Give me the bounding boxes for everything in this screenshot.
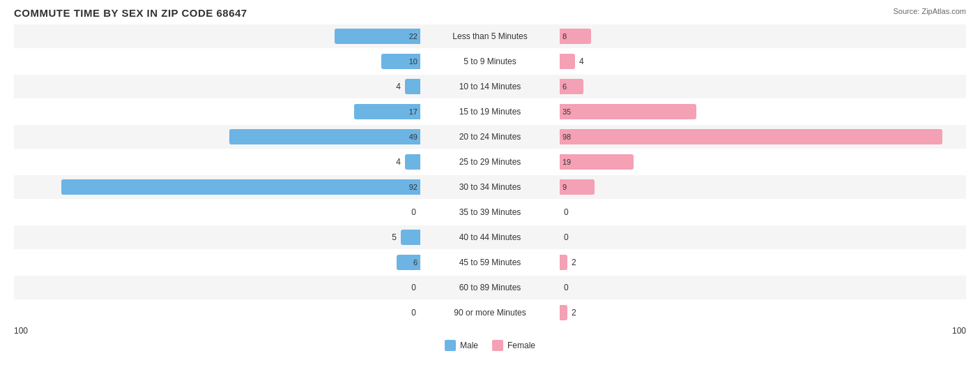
left-section: 92 <box>14 175 420 199</box>
female-zero-label: 0 <box>564 283 569 292</box>
right-section: 0 <box>560 276 966 299</box>
male-bar <box>405 79 420 94</box>
row-label: 40 to 44 Minutes <box>420 232 560 242</box>
right-section: 4 <box>560 50 966 73</box>
male-num-label: 4 <box>396 82 401 91</box>
bar-row: 5 40 to 44 Minutes 0 <box>14 225 966 249</box>
female-zero-label: 0 <box>564 207 569 217</box>
female-num-label: 2 <box>572 308 576 318</box>
chart-area: 22 Less than 5 Minutes 8 10 5 to 9 Minut… <box>14 24 966 325</box>
male-num-label: 4 <box>396 157 401 167</box>
right-section: 8 <box>560 24 966 48</box>
left-section: 0 <box>14 200 420 224</box>
female-value-label: 9 <box>562 183 567 191</box>
right-section: 0 <box>560 200 966 224</box>
right-section: 2 <box>560 251 966 274</box>
chart-container: COMMUTE TIME BY SEX IN ZIP CODE 68647 So… <box>0 0 980 365</box>
male-zero-label: 0 <box>411 283 416 292</box>
left-axis-label: 100 <box>14 326 28 336</box>
female-num-label: 4 <box>579 57 584 66</box>
male-bar: 22 <box>335 29 420 44</box>
female-bar <box>560 305 567 320</box>
male-bar: 17 <box>354 104 420 119</box>
male-num-label: 5 <box>392 232 397 242</box>
female-bar: 35 <box>560 104 696 119</box>
source-label: Source: ZipAtlas.com <box>893 7 966 15</box>
female-value-label: 98 <box>562 133 571 141</box>
female-value-label: 8 <box>562 32 567 40</box>
right-section: 98 <box>560 125 966 149</box>
bar-row: 0 60 to 89 Minutes 0 <box>14 276 966 299</box>
left-section: 4 <box>14 150 420 174</box>
left-section: 0 <box>14 301 420 325</box>
row-label: 45 to 59 Minutes <box>420 258 560 267</box>
male-value-label: 22 <box>409 32 418 40</box>
bar-row: 4 10 to 14 Minutes 6 <box>14 75 966 98</box>
right-section: 19 <box>560 150 966 174</box>
row-label: 60 to 89 Minutes <box>420 283 560 292</box>
legend: Male Female <box>14 340 966 351</box>
female-value-label: 6 <box>562 82 567 91</box>
male-bar: 10 <box>381 54 420 69</box>
female-legend-box <box>492 340 503 351</box>
bar-row: 0 90 or more Minutes 2 <box>14 301 966 325</box>
male-bar: 6 <box>397 255 420 270</box>
right-section: 6 <box>560 75 966 98</box>
row-label: 25 to 29 Minutes <box>420 157 560 167</box>
female-bar <box>560 54 575 69</box>
left-section: 0 <box>14 276 420 299</box>
female-value-label: 35 <box>562 107 571 116</box>
right-axis-label: 100 <box>952 326 966 336</box>
male-bar <box>405 154 420 170</box>
bar-row: 10 5 to 9 Minutes 4 <box>14 50 966 73</box>
male-value-label: 17 <box>409 107 418 116</box>
female-bar: 19 <box>560 154 634 170</box>
row-label: 15 to 19 Minutes <box>420 107 560 117</box>
row-label: 20 to 24 Minutes <box>420 132 560 142</box>
right-section: 35 <box>560 100 966 124</box>
left-section: 5 <box>14 225 420 249</box>
female-num-label: 2 <box>572 258 576 267</box>
row-label: 10 to 14 Minutes <box>420 82 560 91</box>
row-label: 5 to 9 Minutes <box>420 57 560 66</box>
male-bar: 49 <box>229 129 420 144</box>
bar-row: 6 45 to 59 Minutes 2 <box>14 251 966 274</box>
male-legend-label: Male <box>460 341 478 350</box>
left-section: 22 <box>14 24 420 48</box>
bar-row: 49 20 to 24 Minutes 98 <box>14 125 966 149</box>
bar-row: 0 35 to 39 Minutes 0 <box>14 200 966 224</box>
female-bar: 6 <box>560 79 583 94</box>
left-section: 4 <box>14 75 420 98</box>
legend-male: Male <box>445 340 478 351</box>
male-value-label: 10 <box>409 57 418 66</box>
female-value-label: 19 <box>562 158 571 166</box>
male-zero-label: 0 <box>411 308 416 318</box>
bar-row: 92 30 to 34 Minutes 9 <box>14 175 966 199</box>
right-section: 9 <box>560 175 966 199</box>
right-section: 0 <box>560 225 966 249</box>
row-label: 30 to 34 Minutes <box>420 182 560 192</box>
bar-row: 22 Less than 5 Minutes 8 <box>14 24 966 48</box>
male-bar: 92 <box>61 179 420 195</box>
male-value-label: 92 <box>409 183 418 191</box>
bar-row: 4 25 to 29 Minutes 19 <box>14 150 966 174</box>
left-section: 49 <box>14 125 420 149</box>
bar-row: 17 15 to 19 Minutes 35 <box>14 100 966 124</box>
female-bar: 98 <box>560 129 942 144</box>
left-section: 6 <box>14 251 420 274</box>
axis-labels: 100 100 <box>14 326 966 336</box>
row-label: Less than 5 Minutes <box>420 31 560 41</box>
row-label: 35 to 39 Minutes <box>420 207 560 217</box>
row-label: 90 or more Minutes <box>420 308 560 318</box>
legend-female: Female <box>492 340 535 351</box>
right-section: 2 <box>560 301 966 325</box>
male-value-label: 6 <box>413 258 418 267</box>
female-legend-label: Female <box>507 341 535 350</box>
left-section: 10 <box>14 50 420 73</box>
male-value-label: 49 <box>409 133 418 141</box>
left-section: 17 <box>14 100 420 124</box>
male-bar <box>401 230 420 245</box>
female-bar: 8 <box>560 29 591 44</box>
male-zero-label: 0 <box>411 207 416 217</box>
female-bar: 9 <box>560 179 595 195</box>
